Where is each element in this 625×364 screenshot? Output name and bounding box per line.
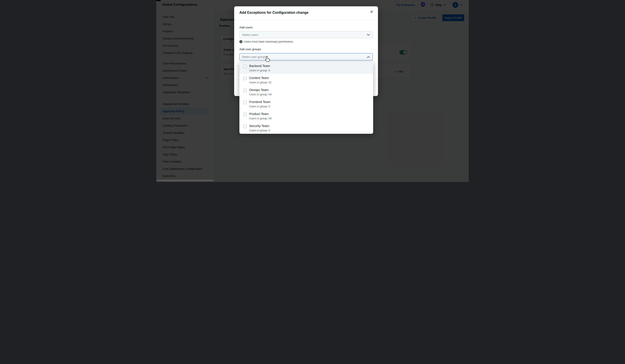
user-groups-dropdown-list: Backend Team Users in group: 0 Content T… xyxy=(239,62,373,134)
group-checkbox[interactable] xyxy=(243,77,247,80)
list-item-product-team[interactable]: Product Team Users in group: 04 xyxy=(239,110,373,122)
group-name: Backend Team xyxy=(249,64,270,68)
group-name: Product Team xyxy=(249,112,269,116)
info-icon: i xyxy=(239,40,243,43)
app-screen: Global Configurations Try Enterprise ? H… xyxy=(156,0,469,182)
group-checkbox[interactable] xyxy=(243,125,247,128)
group-checkbox[interactable] xyxy=(243,113,247,116)
group-name: Frontend Team xyxy=(249,100,270,104)
select-user-groups-placeholder: Select user groups xyxy=(242,55,267,59)
group-checkbox[interactable] xyxy=(243,89,247,92)
select-users-placeholder: Select users xyxy=(242,33,258,36)
chevron-up-icon xyxy=(367,56,370,58)
group-checkbox[interactable] xyxy=(243,101,247,104)
horizontal-scrollbar[interactable] xyxy=(157,180,214,181)
chevron-down-icon xyxy=(367,34,370,36)
group-user-count: Users in group: 04 xyxy=(249,93,272,96)
group-user-count: Users in group: 0 xyxy=(249,105,270,108)
list-item-security-team[interactable]: Security Team Users in group: 0 xyxy=(239,122,373,134)
list-item-frontend-team[interactable]: Frontend Team Users in group: 0 xyxy=(239,98,373,110)
modal-title: Add Exceptions for Configuration change xyxy=(239,11,308,15)
select-users-dropdown[interactable]: Select users xyxy=(239,31,373,38)
users-permission-note: i Users must have necessary permissions. xyxy=(239,40,294,43)
select-user-groups-dropdown[interactable]: Select user groups xyxy=(239,53,373,61)
group-name: Security Team xyxy=(249,124,269,128)
add-user-groups-label: Add user groups xyxy=(239,48,261,51)
list-item-content-team[interactable]: Content Team Users in group: 01 xyxy=(239,74,373,86)
group-user-count: Users in group: 01 xyxy=(249,81,272,84)
group-user-count: Users in group: 04 xyxy=(249,117,272,120)
note-text: Users must have necessary permissions. xyxy=(244,40,294,43)
close-icon[interactable]: ✕ xyxy=(370,10,373,14)
list-item-devops-team[interactable]: Devops Team Users in group: 04 xyxy=(239,86,373,98)
group-name: Content Team xyxy=(249,76,269,80)
list-item-backend-team[interactable]: Backend Team Users in group: 0 xyxy=(239,62,373,74)
group-user-count: Users in group: 0 xyxy=(249,129,270,132)
modal-header-divider xyxy=(234,20,378,20)
group-checkbox[interactable] xyxy=(243,65,247,68)
add-users-label: Add users xyxy=(239,26,253,29)
group-name: Devops Team xyxy=(249,88,268,92)
hand-cursor-icon xyxy=(265,56,271,63)
group-user-count: Users in group: 0 xyxy=(249,69,270,72)
